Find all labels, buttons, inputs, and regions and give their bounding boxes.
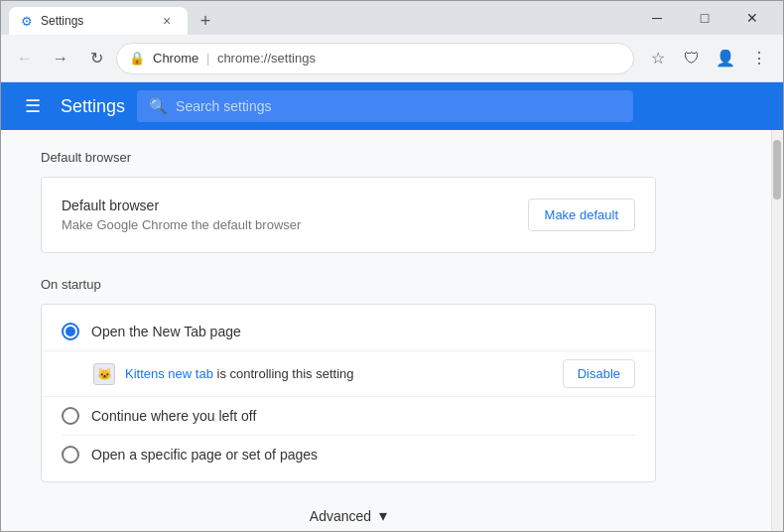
minimize-button[interactable]: ─: [634, 1, 680, 35]
radio-option-specific[interactable]: Open a specific page or set of pages: [42, 436, 655, 473]
titlebar: ⚙ Settings × + ─ □ ✕: [1, 1, 783, 35]
tab-title: Settings: [41, 14, 150, 28]
tab-close-button[interactable]: ×: [158, 12, 176, 30]
make-default-button[interactable]: Make default: [528, 199, 635, 231]
search-icon: 🔍: [149, 97, 168, 115]
active-tab[interactable]: ⚙ Settings ×: [9, 7, 188, 35]
disable-button[interactable]: Disable: [563, 359, 635, 388]
url-text: Chrome | chrome://settings: [153, 51, 621, 66]
tab-bar: ⚙ Settings × +: [9, 1, 626, 35]
forward-button[interactable]: →: [45, 43, 76, 74]
default-browser-card: Default browser Make Google Chrome the d…: [41, 177, 656, 253]
extension-link[interactable]: Kittens new tab: [125, 366, 213, 381]
content-inner: Default browser Default browser Make Goo…: [1, 130, 696, 531]
tab-favicon: ⚙: [21, 14, 33, 29]
startup-card: Open the New Tab page 🐱 Kittens new tab …: [41, 304, 656, 482]
radio-new-tab[interactable]: [62, 323, 79, 340]
close-button[interactable]: ✕: [729, 1, 775, 35]
url-bar[interactable]: 🔒 Chrome | chrome://settings: [116, 43, 634, 74]
extension-button[interactable]: 🛡: [676, 43, 708, 74]
radio-continue-label: Continue where you left off: [91, 408, 256, 424]
url-path: chrome://settings: [217, 51, 316, 66]
lock-icon: 🔒: [129, 51, 145, 66]
browser-window: ⚙ Settings × + ─ □ ✕ ← → ↻ 🔒 Chrome | ch…: [0, 0, 784, 532]
main-content: Default browser Default browser Make Goo…: [1, 130, 783, 531]
radio-new-tab-label: Open the New Tab page: [91, 324, 241, 339]
new-tab-button[interactable]: +: [192, 7, 219, 35]
radio-specific[interactable]: [62, 446, 79, 464]
url-brand: Chrome: [153, 51, 198, 66]
menu-button[interactable]: ⋮: [743, 43, 775, 74]
default-browser-content: Default browser Make Google Chrome the d…: [42, 178, 655, 252]
reload-button[interactable]: ↻: [80, 43, 112, 74]
address-bar: ← → ↻ 🔒 Chrome | chrome://settings ☆ 🛡 👤…: [1, 35, 783, 82]
radio-continue[interactable]: [62, 407, 79, 425]
radio-option-new-tab[interactable]: Open the New Tab page: [42, 313, 655, 350]
chevron-down-icon: ▾: [379, 506, 387, 525]
default-browser-section-title: Default browser: [41, 150, 656, 165]
maximize-button[interactable]: □: [682, 1, 727, 35]
on-startup-section-title: On startup: [41, 277, 656, 292]
url-separator: |: [206, 51, 209, 66]
back-button[interactable]: ←: [9, 43, 41, 74]
profile-button[interactable]: 👤: [710, 43, 741, 74]
settings-search-bar[interactable]: 🔍: [137, 90, 633, 122]
scrollbar-thumb[interactable]: [773, 140, 781, 200]
window-controls: ─ □ ✕: [634, 1, 775, 35]
extension-notice-suffix: is controlling this setting: [213, 366, 354, 381]
radio-specific-label: Open a specific page or set of pages: [91, 447, 318, 463]
default-browser-info: Default browser Make Google Chrome the d…: [62, 198, 301, 232]
search-input[interactable]: [176, 98, 621, 114]
advanced-label[interactable]: Advanced: [310, 508, 371, 524]
radio-option-continue[interactable]: Continue where you left off: [42, 397, 655, 435]
extension-favicon: 🐱: [93, 363, 115, 385]
bookmark-button[interactable]: ☆: [642, 43, 674, 74]
default-browser-desc: Make Google Chrome the default browser: [62, 217, 301, 232]
advanced-section[interactable]: Advanced ▾: [41, 482, 656, 531]
content-area: Default browser Default browser Make Goo…: [1, 130, 771, 531]
hamburger-icon[interactable]: ☰: [17, 87, 49, 125]
extension-notice-text: Kittens new tab is controlling this sett…: [125, 366, 553, 381]
settings-header: ☰ Settings 🔍: [1, 82, 783, 130]
toolbar-icons: ☆ 🛡 👤 ⋮: [642, 43, 775, 74]
extension-notice: 🐱 Kittens new tab is controlling this se…: [42, 350, 655, 397]
default-browser-title: Default browser: [62, 198, 301, 213]
settings-page-title: Settings: [61, 96, 125, 117]
scrollbar[interactable]: [771, 130, 783, 531]
